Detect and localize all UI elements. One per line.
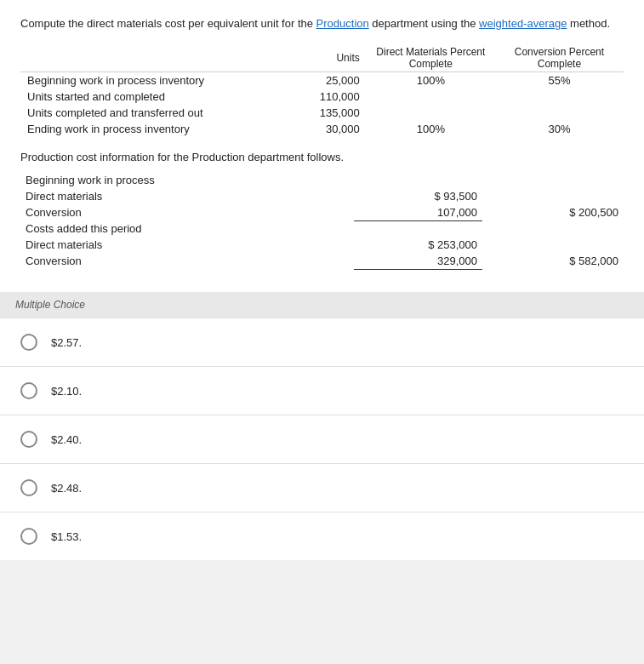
- cost-val1: [354, 220, 482, 237]
- answer-option-1[interactable]: $2.57.: [0, 318, 644, 366]
- cost-row: Direct materials $ 253,000: [20, 237, 624, 253]
- cost-row: Direct materials $ 93,500: [20, 188, 624, 204]
- cost-val1: 107,000: [354, 204, 482, 221]
- multiple-choice-label: Multiple Choice: [0, 292, 644, 318]
- col-header-label: [20, 44, 277, 72]
- cost-val1: [354, 172, 482, 188]
- radio-button-2[interactable]: [20, 382, 37, 399]
- cost-val1: $ 93,500: [354, 188, 482, 204]
- cost-val2: $ 582,000: [482, 253, 624, 270]
- cost-label: Costs added this period: [20, 220, 354, 237]
- cost-label: Conversion: [20, 253, 354, 270]
- cost-val2: [482, 237, 624, 253]
- row-label: Ending work in process inventory: [20, 121, 277, 137]
- cost-val2: $ 200,500: [482, 204, 624, 221]
- row-dm: 100%: [367, 121, 495, 137]
- radio-button-3[interactable]: [20, 431, 37, 448]
- cost-row: Beginning work in process: [20, 172, 624, 188]
- row-dm: [367, 105, 495, 121]
- row-units: 135,000: [277, 105, 367, 121]
- answer-option-5[interactable]: $1.53.: [0, 512, 644, 560]
- row-label: Units completed and transferred out: [20, 105, 277, 121]
- cost-val1: 329,000: [354, 253, 482, 270]
- answer-text-5: $1.53.: [51, 530, 82, 543]
- table-row: Units completed and transferred out 135,…: [20, 105, 624, 121]
- row-units: 25,000: [277, 72, 367, 89]
- row-cp: [495, 89, 624, 105]
- method-link: weighted-average: [479, 17, 567, 30]
- cost-val2: [482, 188, 624, 204]
- answer-option-2[interactable]: $2.10.: [0, 366, 644, 415]
- row-label: Units started and completed: [20, 89, 277, 105]
- row-dm: [367, 89, 495, 105]
- radio-button-1[interactable]: [20, 334, 37, 351]
- cost-label: Direct materials: [20, 237, 354, 253]
- radio-button-4[interactable]: [20, 479, 37, 496]
- production-cost-intro: Production cost information for the Prod…: [20, 151, 624, 163]
- row-units: 30,000: [277, 121, 367, 137]
- answers-container: $2.57. $2.10. $2.40. $2.48. $1.53.: [0, 318, 644, 560]
- cost-label: Direct materials: [20, 188, 354, 204]
- row-label: Beginning work in process inventory: [20, 72, 277, 89]
- cost-row: Conversion 329,000 $ 582,000: [20, 253, 624, 270]
- col-header-dm: Direct Materials Percent Complete: [367, 44, 495, 72]
- row-cp: [495, 105, 624, 121]
- cost-val2: [482, 220, 624, 237]
- answer-text-4: $2.48.: [51, 482, 82, 495]
- cost-row: Costs added this period: [20, 220, 624, 237]
- col-header-units: Units: [277, 44, 367, 72]
- answer-option-4[interactable]: $2.48.: [0, 463, 644, 512]
- col-header-cp: Conversion Percent Complete: [495, 44, 624, 72]
- radio-button-5[interactable]: [20, 528, 37, 545]
- answer-option-3[interactable]: $2.40.: [0, 415, 644, 463]
- cost-table: Beginning work in process Direct materia…: [20, 172, 624, 271]
- answer-text-3: $2.40.: [51, 433, 82, 446]
- table-row: Ending work in process inventory 30,000 …: [20, 121, 624, 137]
- question-area: Compute the direct materials cost per eq…: [0, 0, 644, 292]
- units-table: Units Direct Materials Percent Complete …: [20, 44, 624, 137]
- cost-label: Beginning work in process: [20, 172, 354, 188]
- row-units: 110,000: [277, 89, 367, 105]
- answer-text-1: $2.57.: [51, 336, 82, 349]
- question-text: Compute the direct materials cost per eq…: [20, 15, 624, 32]
- production-link: Production: [316, 17, 369, 30]
- answer-text-2: $2.10.: [51, 385, 82, 398]
- table-row: Beginning work in process inventory 25,0…: [20, 72, 624, 89]
- cost-val1: $ 253,000: [354, 237, 482, 253]
- cost-row: Conversion 107,000 $ 200,500: [20, 204, 624, 221]
- row-cp: 55%: [495, 72, 624, 89]
- row-cp: 30%: [495, 121, 624, 137]
- table-row: Units started and completed 110,000: [20, 89, 624, 105]
- cost-label: Conversion: [20, 204, 354, 221]
- cost-val2: [482, 172, 624, 188]
- row-dm: 100%: [367, 72, 495, 89]
